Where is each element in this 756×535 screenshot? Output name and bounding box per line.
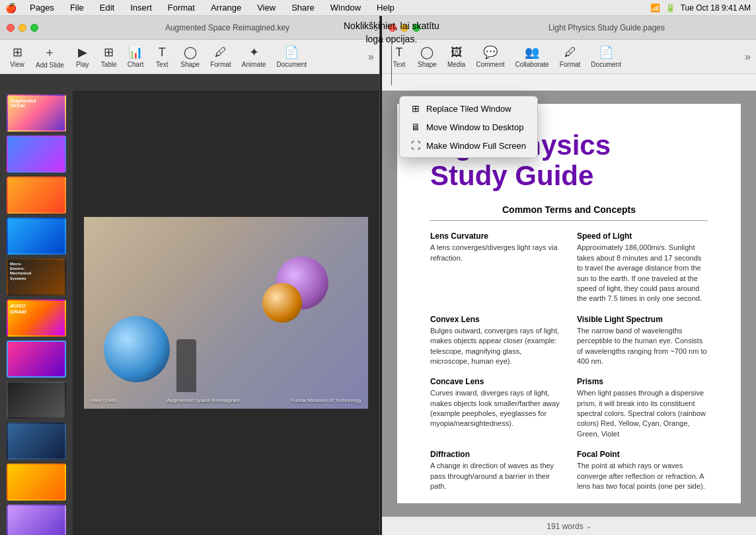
slide-thumb-6[interactable]: AUGOGRAM 6 (7, 300, 66, 337)
pages-shape-icon: ◯ (420, 45, 434, 60)
apple-menu[interactable]: 🍎 (5, 3, 17, 13)
menu-item-fullscreen[interactable]: ⛶ Make Window Full Screen (400, 136, 537, 155)
toolbar-chart-label: Chart (128, 61, 143, 68)
pages-toolbar-collaborate-label: Collaborate (515, 61, 549, 68)
menu-pages[interactable]: Pages (27, 3, 57, 13)
toolbar-addslide-label: Add Slide (36, 62, 64, 69)
menu-share[interactable]: Share (289, 3, 317, 13)
keynote-window-title: Augmented Space Reimagined.key (82, 23, 373, 32)
pages-collaborate-icon: 👥 (525, 45, 539, 60)
shape-icon: ◯ (184, 45, 197, 60)
slide-thumb-9[interactable]: 9 (7, 423, 66, 460)
caption-center: Augmented Space Reimagined (167, 397, 240, 403)
menu-edit[interactable]: Edit (97, 3, 117, 13)
chart-icon: 📊 (128, 45, 143, 60)
pages-toolbar-document-btn[interactable]: 📄 Document (587, 42, 625, 71)
caption-left: Kate Grela (91, 397, 116, 403)
toolbar-animate-btn[interactable]: ✦ Animate (238, 42, 270, 71)
toolbar-play-label: Play (76, 61, 89, 68)
minimize-button[interactable] (19, 24, 26, 32)
pages-toolbar-media-btn[interactable]: 🖼 Media (443, 43, 469, 71)
fullscreen-button[interactable] (30, 24, 38, 32)
slide-caption: Kate Grela Augmented Space Reimagined Fu… (84, 397, 368, 403)
toolbar-document-btn[interactable]: 📄 Document (273, 42, 311, 71)
slide-thumb-1[interactable]: AugmentedVirtual 1 (7, 95, 66, 132)
slide-thumb-4[interactable]: 4 (7, 218, 66, 255)
slide-canvas: Kate Grela Augmented Space Reimagined Fu… (84, 217, 368, 409)
toolbar-shape-btn[interactable]: ◯ Shape (176, 42, 204, 71)
document-columns: Lens Curvature A lens converges/diverges… (430, 231, 708, 491)
toolbar-view-btn[interactable]: ⊞ View (5, 42, 29, 71)
toolbar-animate-label: Animate (242, 61, 266, 68)
pages-toolbar-collaborate-btn[interactable]: 👥 Collaborate (511, 42, 553, 71)
pages-toolbar-shape-label: Shape (418, 61, 437, 68)
figure (176, 339, 196, 392)
term-concave-lens-def: Curves inward, diverges rays of light, m… (430, 388, 561, 429)
toolbar-addslide-btn[interactable]: ＋ Add Slide (32, 42, 68, 71)
battery-icon: 🔋 (665, 3, 675, 13)
term-focal-point-label: Focal Point (577, 450, 708, 459)
term-convex-lens-def: Bulges outward, converges rays of light,… (430, 326, 561, 367)
term-prisms: Prisms When light passes through a dispe… (577, 377, 708, 439)
pages-statusbar: 191 words ⌄ (382, 516, 756, 535)
slide-thumb-11[interactable]: 11 (7, 505, 66, 535)
term-convex-lens-label: Convex Lens (430, 315, 561, 324)
pages-toolbar-comment-label: Comment (476, 61, 504, 68)
word-count-chevron[interactable]: ⌄ (586, 522, 591, 530)
menu-item-move-desktop[interactable]: 🖥 Move Window to Desktop (400, 118, 537, 136)
menu-item-replace-tiled[interactable]: ⊞ Replace Tiled Window (400, 99, 537, 118)
pages-toolbar-more-btn[interactable]: » (745, 51, 751, 63)
slide-thumb-10[interactable]: 10 (7, 464, 66, 501)
term-lens-curvature-label: Lens Curvature (430, 231, 561, 241)
toolbar-format-btn[interactable]: 🖊 Format (206, 43, 235, 71)
slide-thumb-7[interactable]: 7 (7, 341, 66, 378)
menu-insert[interactable]: Insert (128, 3, 155, 13)
term-convex-lens: Convex Lens Bulges outward, converges ra… (430, 315, 561, 367)
slide-thumb-5[interactable]: Micro-Electro-MechanicalSystems 5 (7, 259, 66, 296)
term-focal-point: Focal Point The point at which rays or w… (577, 450, 708, 491)
document-subtitle: Common Terms and Concepts (430, 204, 708, 215)
pages-toolbar-media-label: Media (447, 61, 465, 68)
menu-view[interactable]: View (254, 3, 278, 13)
word-count: 191 words (547, 522, 583, 531)
menu-window[interactable]: Window (328, 3, 363, 13)
term-diffraction-def: A change in direction of waves as they p… (430, 461, 561, 491)
replace-tiled-icon: ⊞ (410, 103, 421, 114)
keynote-window: Augmented Space Reimagined.key ⊞ View ＋ … (0, 16, 380, 535)
menu-help[interactable]: Help (374, 3, 397, 13)
pages-toolbar-comment-btn[interactable]: 💬 Comment (472, 42, 508, 71)
term-speed-of-light-label: Speed of Light (577, 231, 708, 241)
toolbar-more-btn[interactable]: » (368, 51, 374, 63)
close-button[interactable] (7, 24, 15, 32)
pages-fullscreen-button[interactable] (412, 24, 420, 32)
pages-toolbar: T Text ◯ Shape 🖼 Media 💬 Comment 👥 Colla… (382, 40, 756, 74)
term-lens-curvature-def: A lens converges/diverges light rays via… (430, 243, 561, 263)
toolbar-chart-btn[interactable]: 📊 Chart (124, 42, 147, 71)
toolbar-format-label: Format (210, 61, 231, 68)
play-icon: ▶ (78, 45, 87, 60)
pages-toolbar-format-label: Format (560, 61, 581, 68)
pages-minimize-button[interactable] (400, 24, 408, 32)
fullscreen-menu-icon: ⛶ (410, 140, 421, 151)
menu-file[interactable]: File (67, 3, 87, 13)
pages-close-button[interactable] (389, 24, 397, 32)
slide-thumb-2[interactable]: 2 (7, 136, 66, 173)
toolbar-play-btn[interactable]: ▶ Play (71, 42, 94, 71)
menu-arrange[interactable]: Arrange (208, 3, 244, 13)
format-icon: 🖊 (215, 46, 227, 60)
slide-thumb-3[interactable]: 3 (7, 177, 66, 214)
slide-thumb-8[interactable]: 8 (7, 382, 66, 419)
pages-text-icon: T (396, 46, 403, 60)
pages-toolbar-format-btn[interactable]: 🖊 Format (556, 43, 585, 71)
menu-format[interactable]: Format (165, 3, 198, 13)
pages-titlebar: Light Physics Study Guide.pages (382, 16, 756, 40)
toolbar-shape-label: Shape (180, 61, 200, 68)
caption-right: Funda Museum of Technology (291, 397, 361, 403)
sphere-2 (262, 283, 302, 323)
toolbar-table-btn[interactable]: ⊞ Table (97, 42, 121, 71)
document-icon: 📄 (284, 45, 299, 60)
pages-toolbar-shape-btn[interactable]: ◯ Shape (414, 42, 441, 71)
toolbar-text-btn[interactable]: T Text (150, 43, 174, 71)
toolbar-table-label: Table (101, 61, 117, 68)
pages-toolbar-text-btn[interactable]: T Text (387, 43, 411, 71)
